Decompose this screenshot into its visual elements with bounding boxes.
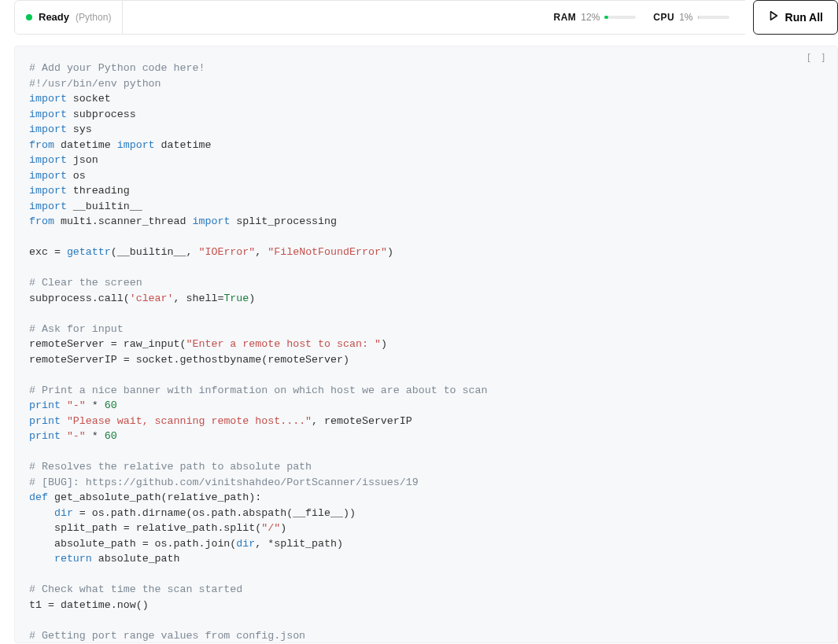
code-cell[interactable]: [ ] # Add your Python code here! #!/usr/… xyxy=(14,46,838,643)
ram-value: 12% xyxy=(581,12,600,23)
top-bar: Ready (Python) RAM 12% CPU 1% Run All xyxy=(0,0,838,35)
run-all-button[interactable]: Run All xyxy=(753,0,838,35)
run-all-label: Run All xyxy=(785,11,823,24)
ram-metric: RAM 12% xyxy=(553,12,636,23)
status-label: Ready xyxy=(39,11,69,23)
cpu-metric: CPU 1% xyxy=(653,12,729,23)
resource-bar: RAM 12% CPU 1% xyxy=(123,0,744,35)
status-dot-icon xyxy=(26,14,32,20)
play-icon xyxy=(768,10,779,24)
kernel-language: (Python) xyxy=(76,12,111,23)
ram-bar xyxy=(604,16,636,19)
ram-bar-fill xyxy=(604,16,608,19)
cpu-bar xyxy=(698,16,729,19)
cpu-bar-fill xyxy=(698,16,699,19)
kernel-status: Ready (Python) xyxy=(14,0,123,35)
execution-count: [ ] xyxy=(806,53,828,64)
ram-label: RAM xyxy=(553,12,576,23)
code-editor[interactable]: # Add your Python code here! #!/usr/bin/… xyxy=(29,61,825,643)
cpu-label: CPU xyxy=(653,12,674,23)
cpu-value: 1% xyxy=(679,12,692,23)
